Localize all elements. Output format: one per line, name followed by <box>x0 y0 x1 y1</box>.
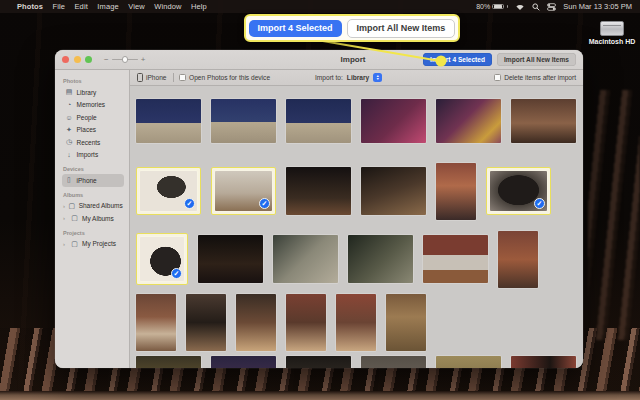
volume-label: Macintosh HD <box>586 38 638 45</box>
minimize-window-button[interactable] <box>74 56 81 63</box>
battery-indicator[interactable]: 80% <box>476 3 508 10</box>
menu-bar-status: 80% Sun Mar 13 3:05 PM <box>476 2 632 11</box>
sidebar-item-iphone[interactable]: ▯iPhone <box>62 174 124 187</box>
menu-window[interactable]: Window <box>154 2 181 11</box>
search-icon[interactable] <box>532 3 540 11</box>
photo-r2p6[interactable]: ✓ <box>486 167 551 215</box>
photo-thumbnail <box>386 294 426 351</box>
photo-r4p3[interactable] <box>236 294 276 351</box>
photo-r5p1[interactable] <box>136 356 201 368</box>
sidebar-item-label: My Projects <box>82 240 116 247</box>
menu-view[interactable]: View <box>128 2 145 11</box>
menu-image[interactable]: Image <box>97 2 118 11</box>
battery-percent: 80% <box>476 3 490 10</box>
photo-r4p1[interactable] <box>136 294 176 351</box>
photo-grid-row-5 <box>136 356 583 368</box>
photo-r2p5[interactable] <box>436 163 476 220</box>
photo-r1p4[interactable] <box>361 99 426 143</box>
iphone-icon: ▯ <box>65 176 73 184</box>
sidebar-item-places[interactable]: ✦Places <box>62 124 124 137</box>
photo-r3p6[interactable] <box>498 231 538 288</box>
menu-edit[interactable]: Edit <box>75 2 88 11</box>
import-selected-button[interactable]: Import 4 Selected <box>423 53 492 66</box>
photo-thumbnail <box>498 231 538 288</box>
delete-after-import-checkbox[interactable] <box>494 74 501 81</box>
wifi-icon[interactable] <box>515 3 525 11</box>
photo-thumbnail <box>211 356 276 368</box>
zoom-window-button[interactable] <box>85 56 92 63</box>
sidebar-item-label: Places <box>77 126 97 133</box>
disclosure-chevron-icon[interactable]: › <box>63 203 65 209</box>
menu-file[interactable]: File <box>53 2 66 11</box>
photo-r4p6[interactable] <box>386 294 426 351</box>
import-all-button[interactable]: Import All New Items <box>497 53 576 66</box>
photo-r3p5[interactable] <box>423 235 488 283</box>
delete-after-import-label: Delete items after import <box>504 74 576 81</box>
sidebar-item-imports[interactable]: ↓Imports <box>62 149 124 162</box>
photo-thumbnail <box>436 99 501 143</box>
selected-check-icon: ✓ <box>184 198 195 209</box>
toolbar-buttons: Import 4 Selected Import All New Items <box>423 53 576 66</box>
sidebar-item-memories[interactable]: ◔Memories <box>62 99 124 112</box>
control-center-icon[interactable] <box>547 3 556 11</box>
photo-r4p2[interactable] <box>186 294 226 351</box>
photo-r1p3[interactable] <box>286 99 351 143</box>
wallpaper-floor <box>0 391 640 400</box>
disclosure-chevron-icon[interactable]: › <box>63 241 67 247</box>
photo-r3p4[interactable] <box>348 235 413 283</box>
battery-icon <box>492 4 504 10</box>
photo-r3p2[interactable] <box>198 235 263 283</box>
menu-help[interactable]: Help <box>191 2 207 11</box>
destination-stepper-icon[interactable]: ▲▼ <box>373 73 382 82</box>
sidebar-item-my-projects[interactable]: ›▢My Projects <box>62 238 124 251</box>
device-bar: iPhone Open Photos for this device Impor… <box>130 70 583 86</box>
photo-r3p3[interactable] <box>273 235 338 283</box>
open-photos-checkbox[interactable] <box>179 74 186 81</box>
photo-r4p5[interactable] <box>336 294 376 351</box>
photo-r1p5[interactable] <box>436 99 501 143</box>
photo-r2p2[interactable]: ✓ <box>211 167 276 215</box>
photo-thumbnail <box>361 356 426 368</box>
photo-r2p3[interactable] <box>286 167 351 215</box>
album-folder-icon: ▢ <box>69 202 76 210</box>
callout-import-selected-button[interactable]: Import 4 Selected <box>249 20 342 37</box>
menu-bar-clock[interactable]: Sun Mar 13 3:05 PM <box>563 2 632 11</box>
photo-thumbnail <box>198 235 263 283</box>
sidebar-item-label: iPhone <box>77 177 97 184</box>
sidebar-item-label: Recents <box>77 139 101 146</box>
photo-r1p2[interactable] <box>211 99 276 143</box>
sidebar-item-label: My Albums <box>82 215 114 222</box>
sidebar-section-photos: Photos <box>63 78 124 84</box>
photo-r1p6[interactable] <box>511 99 576 143</box>
sidebar-item-library[interactable]: ▤Library <box>62 86 124 99</box>
iphone-icon <box>137 73 143 83</box>
close-window-button[interactable] <box>62 56 69 63</box>
macintosh-hd-icon[interactable]: Macintosh HD <box>586 21 638 45</box>
photo-r4p4[interactable] <box>286 294 326 351</box>
photo-r2p4[interactable] <box>361 167 426 215</box>
sidebar-item-people[interactable]: ☺People <box>62 111 124 124</box>
disclosure-chevron-icon[interactable]: › <box>63 215 67 221</box>
photo-r1p1[interactable] <box>136 99 201 143</box>
slider-knob[interactable] <box>122 56 129 63</box>
photo-r5p5[interactable] <box>436 356 501 368</box>
photo-r5p2[interactable] <box>211 356 276 368</box>
sidebar-item-shared-albums[interactable]: ›▢Shared Albums <box>62 200 124 213</box>
import-to-label: Import to: <box>315 74 343 81</box>
sidebar-item-recents[interactable]: ◷Recents <box>62 136 124 149</box>
photo-r2p1[interactable]: ✓ <box>136 167 201 215</box>
photo-r5p6[interactable] <box>511 356 576 368</box>
photo-grid-row-3: ✓ <box>136 232 583 286</box>
photo-thumbnail <box>236 294 276 351</box>
callout-import-all-button[interactable]: Import All New Items <box>347 19 456 38</box>
photo-r5p4[interactable] <box>361 356 426 368</box>
thumbnail-zoom-slider[interactable]: − + <box>104 56 145 64</box>
photo-thumbnail <box>136 294 176 351</box>
album-folder-icon: ▢ <box>71 240 79 248</box>
destination-select[interactable]: Library <box>347 74 369 81</box>
photo-r3p1[interactable]: ✓ <box>136 233 188 285</box>
photo-r5p3[interactable] <box>286 356 351 368</box>
menu-photos[interactable]: Photos <box>17 2 43 11</box>
sidebar-item-label: Memories <box>77 101 106 108</box>
sidebar-item-my-albums[interactable]: ›▢My Albums <box>62 212 124 225</box>
